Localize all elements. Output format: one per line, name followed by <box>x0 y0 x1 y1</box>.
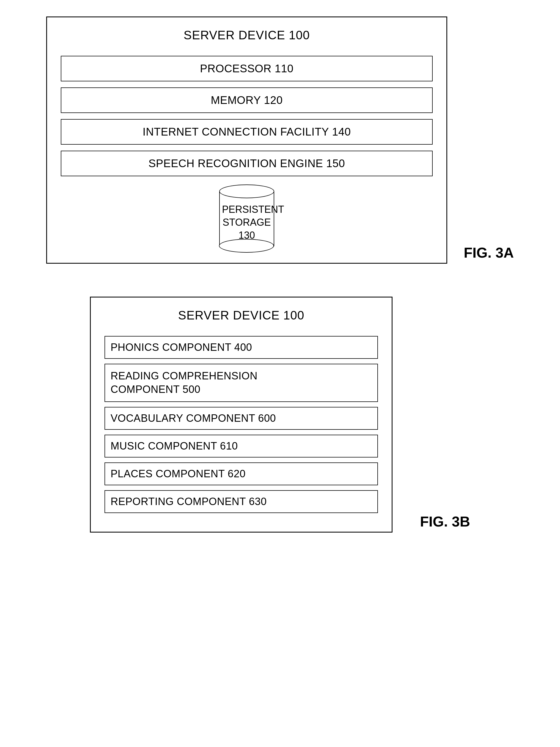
storage-line3: 130 <box>238 229 255 240</box>
processor-box: PROCESSOR 110 <box>61 56 433 81</box>
cylinder-top <box>219 184 274 198</box>
speech-box: SPEECH RECOGNITION ENGINE 150 <box>61 151 433 176</box>
internet-box: INTERNET CONNECTION FACILITY 140 <box>61 119 433 145</box>
server-box-3b: SERVER DEVICE 100 PHONICS COMPONENT 400 … <box>90 297 392 533</box>
cylinder-text: PERSISTENT STORAGE 130 <box>222 203 272 242</box>
vocabulary-box: VOCABULARY COMPONENT 600 <box>104 407 378 430</box>
cylinder-body: PERSISTENT STORAGE 130 <box>219 191 274 246</box>
phonics-box: PHONICS COMPONENT 400 <box>104 336 378 359</box>
places-box: PLACES COMPONENT 620 <box>104 462 378 485</box>
page-container: SERVER DEVICE 100 PROCESSOR 110 MEMORY 1… <box>0 0 560 747</box>
server-title-3b: SERVER DEVICE 100 <box>104 308 378 322</box>
server-title-3a: SERVER DEVICE 100 <box>61 28 433 42</box>
fig3b-label: FIG. 3B <box>420 513 470 530</box>
cylinder-shape: PERSISTENT STORAGE 130 <box>219 184 274 246</box>
reporting-box: REPORTING COMPONENT 630 <box>104 490 378 513</box>
reading-label: READING COMPREHENSIONCOMPONENT 500 <box>110 370 257 395</box>
reading-box: READING COMPREHENSIONCOMPONENT 500 <box>104 364 378 402</box>
fig3a-label: FIG. 3A <box>464 244 514 261</box>
storage-line2: STORAGE <box>223 217 271 228</box>
fig3b-wrapper: SERVER DEVICE 100 PHONICS COMPONENT 400 … <box>46 297 514 533</box>
memory-box: MEMORY 120 <box>61 87 433 113</box>
server-box-3a: SERVER DEVICE 100 PROCESSOR 110 MEMORY 1… <box>46 17 447 264</box>
fig3a-wrapper: SERVER DEVICE 100 PROCESSOR 110 MEMORY 1… <box>46 17 514 264</box>
persistent-storage-cylinder: PERSISTENT STORAGE 130 <box>61 184 433 246</box>
music-box: MUSIC COMPONENT 610 <box>104 435 378 458</box>
storage-line1: PERSISTENT <box>222 204 284 215</box>
